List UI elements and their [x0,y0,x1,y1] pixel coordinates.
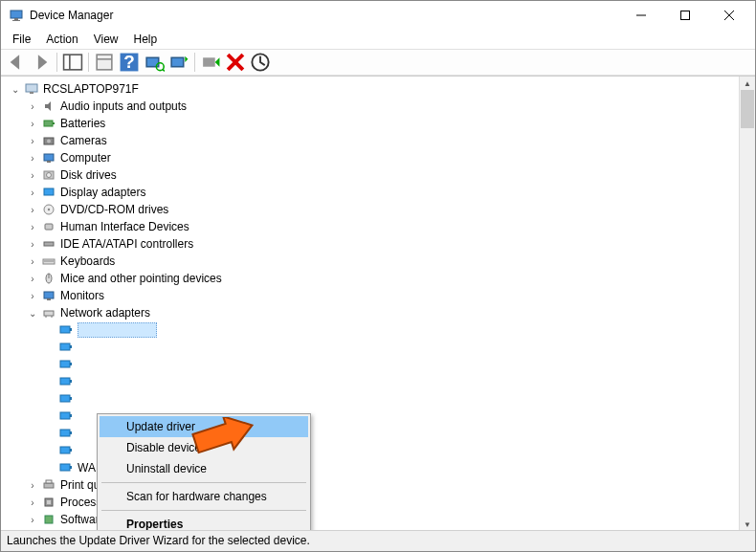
adapter-icon [58,357,74,372]
expand-icon[interactable]: › [26,497,39,508]
adapter-icon [58,443,74,458]
tree-category[interactable]: ›Keyboards [5,253,755,270]
tree-device[interactable] [5,373,755,390]
show-hide-tree-button[interactable] [61,52,84,73]
svg-rect-31 [44,188,54,195]
expand-icon[interactable]: › [26,256,39,267]
category-icon [41,477,56,493]
scrollbar[interactable]: ▲ ▼ [739,77,755,531]
tree-category-label: IDE ATA/ATAPI controllers [60,237,193,251]
toolbar-separator [194,53,195,72]
menu-action[interactable]: Action [38,31,85,48]
adapter-icon [58,460,74,475]
expand-icon[interactable]: › [26,274,39,284]
svg-rect-2 [12,20,20,21]
maximize-button[interactable] [663,1,707,30]
svg-rect-40 [44,292,54,298]
svg-rect-62 [70,466,72,469]
tree-device[interactable] [5,339,755,356]
ctx-disable-device[interactable]: Disable device [100,437,308,458]
expand-icon[interactable]: › [26,188,39,198]
computer-icon [24,81,39,97]
tree-device-selected[interactable] [5,321,755,339]
expand-icon[interactable]: › [26,239,39,250]
tree-category[interactable]: ›Batteries [5,115,755,132]
svg-rect-64 [46,480,52,483]
svg-rect-54 [70,397,72,400]
properties-button[interactable] [93,52,116,73]
tree-category[interactable]: ›Cameras [5,132,755,149]
tree-category-label: Display adapters [60,186,145,199]
ctx-separator [101,482,306,483]
menu-help[interactable]: Help [126,31,166,48]
tree-category[interactable]: ›IDE ATA/ATAPI controllers [5,235,755,253]
expand-icon[interactable]: › [26,153,39,164]
category-icon [41,150,56,166]
collapse-icon[interactable]: ⌄ [9,84,22,95]
svg-rect-24 [53,122,55,124]
expand-icon[interactable]: › [26,205,39,215]
svg-rect-28 [47,161,51,163]
svg-rect-41 [47,298,51,300]
tree-root-label: RCSLAPTOP971F [43,82,139,96]
expand-icon[interactable]: › [26,101,39,112]
collapse-icon[interactable]: ⌄ [26,308,39,319]
toolbar-separator [88,53,89,72]
ctx-update-driver[interactable]: Update driver [100,416,308,437]
uninstall-button[interactable] [224,52,247,73]
tree-category[interactable]: ›Mice and other pointing devices [5,270,755,287]
svg-rect-51 [60,378,70,385]
disable-button[interactable] [249,52,272,73]
tree-category[interactable]: ›Monitors [5,287,755,304]
svg-rect-1 [14,18,18,20]
tree-category-label: Computer [60,151,111,165]
expand-icon[interactable]: › [26,222,39,232]
svg-point-33 [48,209,50,210]
tree-category-label: Mice and other pointing devices [60,272,222,285]
scan-hardware-button[interactable] [143,52,166,73]
scroll-up-icon[interactable]: ▲ [740,77,755,90]
close-button[interactable] [707,1,751,30]
svg-rect-7 [64,55,82,70]
expand-icon[interactable]: › [26,136,39,146]
help-button[interactable]: ? [118,52,141,73]
update-driver-button[interactable] [167,52,190,73]
scroll-down-icon[interactable]: ▼ [740,518,755,531]
adapter-icon [58,426,74,441]
tree-category[interactable]: ›Audio inputs and outputs [5,98,755,115]
tree-device[interactable] [5,390,755,408]
svg-rect-23 [44,121,53,126]
category-icon [41,202,56,217]
svg-rect-42 [44,311,54,316]
expand-icon[interactable]: › [26,119,39,129]
ctx-scan-hardware[interactable]: Scan for hardware changes [100,486,308,507]
menu-file[interactable]: File [5,31,38,48]
tree-category[interactable]: ›Disk drives [5,166,755,184]
tree-category-label: Batteries [60,117,105,130]
enable-button[interactable] [199,52,222,73]
tree-category[interactable]: ›DVD/CD-ROM drives [5,201,755,218]
menu-view[interactable]: View [86,31,126,48]
tree-category[interactable]: ›Computer [5,149,755,166]
ctx-uninstall-device[interactable]: Uninstall device [100,458,308,479]
tree-root[interactable]: ⌄ RCSLAPTOP971F [5,80,755,98]
category-icon [41,116,56,131]
tree-category[interactable]: ›Human Interface Devices [5,218,755,235]
app-icon [9,8,24,23]
svg-rect-67 [45,516,53,523]
category-icon [41,236,56,252]
expand-icon[interactable]: › [26,170,39,181]
back-button[interactable] [5,52,28,73]
tree-category[interactable]: ›Display adapters [5,184,755,201]
forward-button[interactable] [30,52,53,73]
svg-rect-57 [60,430,70,436]
tree-device[interactable] [5,356,755,373]
expand-icon[interactable]: › [26,291,39,301]
svg-rect-63 [44,483,54,488]
scroll-thumb[interactable] [741,90,754,128]
category-icon [41,99,56,114]
expand-icon[interactable]: › [26,515,39,525]
tree-category-network-adapters[interactable]: ⌄ Network adapters [5,304,755,321]
expand-icon[interactable]: › [26,480,39,491]
minimize-button[interactable] [619,1,663,30]
